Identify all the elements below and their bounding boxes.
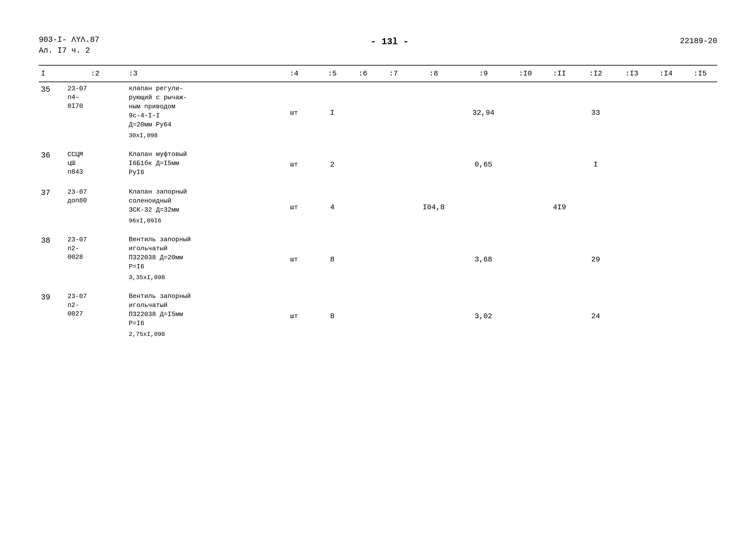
table-header-row: I :2 :3 :4 :5 :6 :7 :8 :9 :I0 :II :I2 :I… <box>39 65 717 82</box>
col12-value: 29 <box>577 233 615 286</box>
col11-value <box>542 233 577 286</box>
item-unit: шт <box>271 148 317 181</box>
spacer-row <box>39 229 717 233</box>
row-number: 38 <box>39 233 65 286</box>
item-description: Клапан муфтовый I6Б1бк Д=I5мм РуI6 <box>126 148 271 181</box>
header-doc-number: 903-I- ΛΥΛ.87 <box>39 35 99 45</box>
col6-value <box>347 148 378 181</box>
item-qty: 2 <box>317 148 347 181</box>
col9-value: 3,02 <box>459 290 508 342</box>
col9-value: 0,65 <box>459 148 508 181</box>
col12-value: I <box>577 148 615 181</box>
col8-value <box>409 290 459 342</box>
item-description: Вентиль запорный игольчатый П322038 Д=I5… <box>126 290 271 342</box>
row-number: 37 <box>39 185 65 229</box>
col5-header: :5 <box>317 65 347 82</box>
col10-value <box>508 290 542 342</box>
row-number: 36 <box>39 148 65 181</box>
item-description: Клапан запорный соленоидный ЗСК-32 Д=32м… <box>126 185 271 229</box>
col15-header: :I5 <box>683 65 717 82</box>
col10-value <box>508 82 542 144</box>
col13-value <box>615 148 649 181</box>
col10-value <box>508 148 542 181</box>
col8-value <box>409 233 459 286</box>
col14-value <box>649 82 683 144</box>
col7-header: :7 <box>378 65 409 82</box>
item-qty: 8 <box>317 290 347 342</box>
col12-value: 33 <box>577 82 615 144</box>
col11-value: 4I9 <box>542 185 577 229</box>
main-table: I :2 :3 :4 :5 :6 :7 :8 :9 :I0 :II :I2 :I… <box>39 65 717 343</box>
col10-value <box>508 185 542 229</box>
col13-value <box>615 233 649 286</box>
col6-value <box>347 233 378 286</box>
table-row: 36ССЦМ цШ п843Клапан муфтовый I6Б1бк Д=I… <box>39 148 717 181</box>
col13-value <box>615 290 649 342</box>
col15-value <box>683 148 717 181</box>
item-qty: 8 <box>317 233 347 286</box>
item-code: 23-07 п4– 0I70 <box>65 82 126 144</box>
spacer-row <box>39 286 717 290</box>
item-qty: 4 <box>317 185 347 229</box>
col7-value <box>378 82 409 144</box>
col14-value <box>649 290 683 342</box>
main-table-container: I :2 :3 :4 :5 :6 :7 :8 :9 :I0 :II :I2 :I… <box>39 65 717 343</box>
item-description: Вентиль запорный игольчатый П322038 Д=20… <box>126 233 271 286</box>
col6-value <box>347 290 378 342</box>
col12-value: 24 <box>577 290 615 342</box>
col13-value <box>615 82 649 144</box>
col7-value <box>378 148 409 181</box>
row-number: 35 <box>39 82 65 144</box>
col9-header: :9 <box>459 65 508 82</box>
item-description: клапан регули- рующий с рычаж- ным приво… <box>126 82 271 144</box>
col14-value <box>649 233 683 286</box>
item-qty: I <box>317 82 347 144</box>
col11-header: :II <box>542 65 577 82</box>
header-center-text: - 13l - <box>370 37 409 47</box>
col13-header: :I3 <box>615 65 649 82</box>
col8-value <box>409 82 459 144</box>
col15-value <box>683 233 717 286</box>
col6-header: :6 <box>347 65 378 82</box>
col2-header: :2 <box>65 65 126 82</box>
header-right-number: 22189-20 <box>680 37 717 45</box>
item-unit: шт <box>271 233 317 286</box>
col12-value <box>577 185 615 229</box>
page-header: 903-I- ΛΥΛ.87 Ал. I7 ч. 2 - 13l - 22189-… <box>39 35 717 56</box>
col3-header: :3 <box>126 65 271 82</box>
col7-value <box>378 185 409 229</box>
header-sheet-info: Ал. I7 ч. 2 <box>39 45 99 56</box>
table-row: 3723-07 доп80Клапан запорный соленоидный… <box>39 185 717 229</box>
col14-value <box>649 185 683 229</box>
col8-value: I04,8 <box>409 185 459 229</box>
col13-value <box>615 185 649 229</box>
col1-header: I <box>39 65 65 82</box>
item-unit: шт <box>271 185 317 229</box>
col7-value <box>378 233 409 286</box>
col14-value <box>649 148 683 181</box>
col4-header: :4 <box>271 65 317 82</box>
table-row: 3823-07 п2- 0028Вентиль запорный игольча… <box>39 233 717 286</box>
col9-value: 3,68 <box>459 233 508 286</box>
item-unit: шт <box>271 290 317 342</box>
item-code: 23-07 доп80 <box>65 185 126 229</box>
item-code: 23-07 п2- 0028 <box>65 233 126 286</box>
col11-value <box>542 82 577 144</box>
col6-value <box>347 185 378 229</box>
col15-value <box>683 185 717 229</box>
item-code: 23-07 п2- 0027 <box>65 290 126 342</box>
col10-value <box>508 233 542 286</box>
col15-value <box>683 290 717 342</box>
col15-value <box>683 82 717 144</box>
col14-header: :I4 <box>649 65 683 82</box>
header-left: 903-I- ΛΥΛ.87 Ал. I7 ч. 2 <box>39 35 99 56</box>
item-unit: шт <box>271 82 317 144</box>
row-number: 39 <box>39 290 65 342</box>
col10-header: :I0 <box>508 65 542 82</box>
item-code: ССЦМ цШ п843 <box>65 148 126 181</box>
col8-header: :8 <box>409 65 459 82</box>
col9-value <box>459 185 508 229</box>
spacer-row <box>39 181 717 185</box>
table-row: 3923-07 п2- 0027Вентиль запорный игольча… <box>39 290 717 342</box>
col11-value <box>542 290 577 342</box>
